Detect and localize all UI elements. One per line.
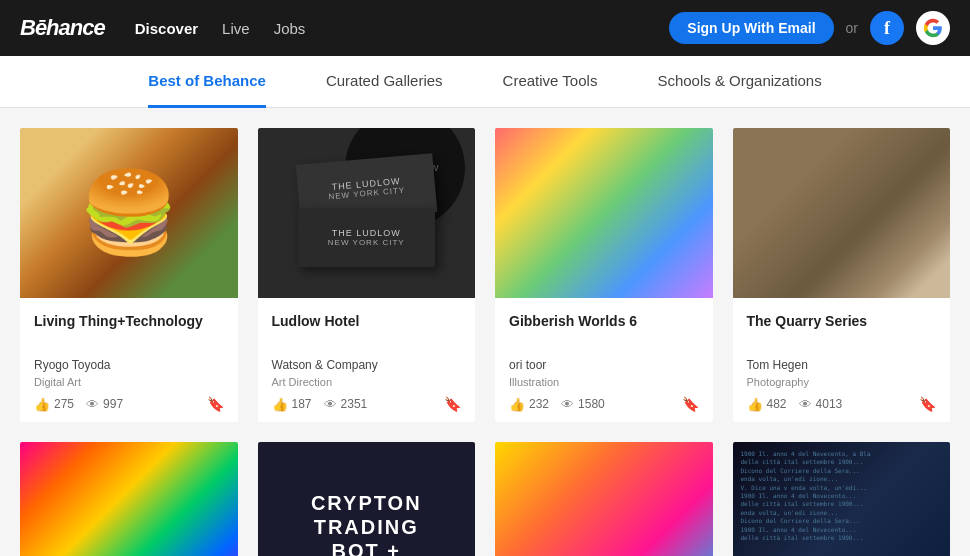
card-category-3: Illustration [509, 376, 699, 388]
card-thumbnail-5 [20, 442, 238, 556]
subnav-creative-tools[interactable]: Creative Tools [503, 56, 598, 108]
card-thumbnail-1 [20, 128, 238, 298]
sub-nav: Best of Behance Curated Galleries Creati… [0, 56, 970, 108]
gallery-card-8[interactable]: 1900 Il. anno 4 del Novecento, a Bla del… [733, 442, 951, 556]
view-stat-1: 👁 997 [86, 397, 123, 412]
bookmark-button-3[interactable]: 🔖 [682, 396, 699, 412]
view-stat-3: 👁 1580 [561, 397, 605, 412]
card-thumbnail-2: THE LUDLOW NEW YORK CITY THE LUDLOW NEW … [258, 128, 476, 298]
gallery-card-6[interactable]: CRYPTONTRADINGBOT + [258, 442, 476, 556]
google-login-button[interactable] [916, 11, 950, 45]
view-count-3: 1580 [578, 397, 605, 411]
card-thumbnail-3 [495, 128, 713, 298]
card-title-2: Ludlow Hotel [272, 312, 462, 348]
subnav-curated-galleries[interactable]: Curated Galleries [326, 56, 443, 108]
like-stat-3: 👍 232 [509, 397, 549, 412]
like-stat-4: 👍 482 [747, 397, 787, 412]
main-nav: Discover Live Jobs [135, 20, 640, 37]
bookmark-button-2[interactable]: 🔖 [444, 396, 461, 412]
view-stat-2: 👁 2351 [324, 397, 368, 412]
card-author-2: Watson & Company [272, 358, 462, 372]
nav-live[interactable]: Live [222, 20, 250, 37]
card-info-4: The Quarry Series Tom Hegen Photography … [733, 298, 951, 422]
subnav-best-of-behance[interactable]: Best of Behance [148, 56, 266, 108]
card-stats-1: 👍 275 👁 997 🔖 [34, 396, 224, 412]
like-stat-2: 👍 187 [272, 397, 312, 412]
header-right: Sign Up With Email or f [669, 11, 950, 45]
gallery-card-3[interactable]: Gibberish Worlds 6 ori toor Illustration… [495, 128, 713, 422]
card-thumbnail-6: CRYPTONTRADINGBOT + [258, 442, 476, 556]
or-label: or [846, 20, 858, 36]
view-count-2: 2351 [341, 397, 368, 411]
subnav-schools-organizations[interactable]: Schools & Organizations [657, 56, 821, 108]
like-icon-4: 👍 [747, 397, 763, 412]
gallery-card-4[interactable]: The Quarry Series Tom Hegen Photography … [733, 128, 951, 422]
eye-icon-2: 👁 [324, 397, 337, 412]
card-title-4: The Quarry Series [747, 312, 937, 348]
card-thumbnail-4 [733, 128, 951, 298]
like-count-3: 232 [529, 397, 549, 411]
card-author-1: Ryogo Toyoda [34, 358, 224, 372]
card-info-2: Ludlow Hotel Watson & Company Art Direct… [258, 298, 476, 422]
gallery-grid: Living Thing+Technology Ryogo Toyoda Dig… [0, 108, 970, 556]
card-thumbnail-8: 1900 Il. anno 4 del Novecento, a Bla del… [733, 442, 951, 556]
card-author-3: ori toor [509, 358, 699, 372]
gallery-card-5[interactable] [20, 442, 238, 556]
card-author-4: Tom Hegen [747, 358, 937, 372]
card-stats-3: 👍 232 👁 1580 🔖 [509, 396, 699, 412]
logo: Bēhance [20, 15, 105, 41]
logo-text: Bēhance [20, 15, 105, 40]
card-stats-2: 👍 187 👁 2351 🔖 [272, 396, 462, 412]
facebook-icon: f [884, 18, 890, 39]
card-info-3: Gibberish Worlds 6 ori toor Illustration… [495, 298, 713, 422]
card-stats-4: 👍 482 👁 4013 🔖 [747, 396, 937, 412]
signup-button[interactable]: Sign Up With Email [669, 12, 833, 44]
facebook-login-button[interactable]: f [870, 11, 904, 45]
card-title-3: Gibberish Worlds 6 [509, 312, 699, 348]
eye-icon-4: 👁 [799, 397, 812, 412]
card-category-2: Art Direction [272, 376, 462, 388]
gallery-card-7[interactable] [495, 442, 713, 556]
nav-discover[interactable]: Discover [135, 20, 198, 37]
bookmark-button-4[interactable]: 🔖 [919, 396, 936, 412]
card-info-1: Living Thing+Technology Ryogo Toyoda Dig… [20, 298, 238, 422]
card-category-4: Photography [747, 376, 937, 388]
card-category-1: Digital Art [34, 376, 224, 388]
signup-label: Sign Up With Email [687, 20, 815, 36]
eye-icon-1: 👁 [86, 397, 99, 412]
card-title-1: Living Thing+Technology [34, 312, 224, 348]
like-icon-1: 👍 [34, 397, 50, 412]
nav-jobs[interactable]: Jobs [274, 20, 306, 37]
header: Bēhance Discover Live Jobs Sign Up With … [0, 0, 970, 56]
like-icon-3: 👍 [509, 397, 525, 412]
like-count-4: 482 [767, 397, 787, 411]
like-count-2: 187 [292, 397, 312, 411]
eye-icon-3: 👁 [561, 397, 574, 412]
like-stat-1: 👍 275 [34, 397, 74, 412]
like-count-1: 275 [54, 397, 74, 411]
view-count-4: 4013 [816, 397, 843, 411]
google-icon [923, 18, 943, 38]
view-stat-4: 👁 4013 [799, 397, 843, 412]
like-icon-2: 👍 [272, 397, 288, 412]
view-count-1: 997 [103, 397, 123, 411]
gallery-card-2[interactable]: THE LUDLOW NEW YORK CITY THE LUDLOW NEW … [258, 128, 476, 422]
card-thumbnail-7 [495, 442, 713, 556]
bookmark-button-1[interactable]: 🔖 [207, 396, 224, 412]
gallery-card-1[interactable]: Living Thing+Technology Ryogo Toyoda Dig… [20, 128, 238, 422]
